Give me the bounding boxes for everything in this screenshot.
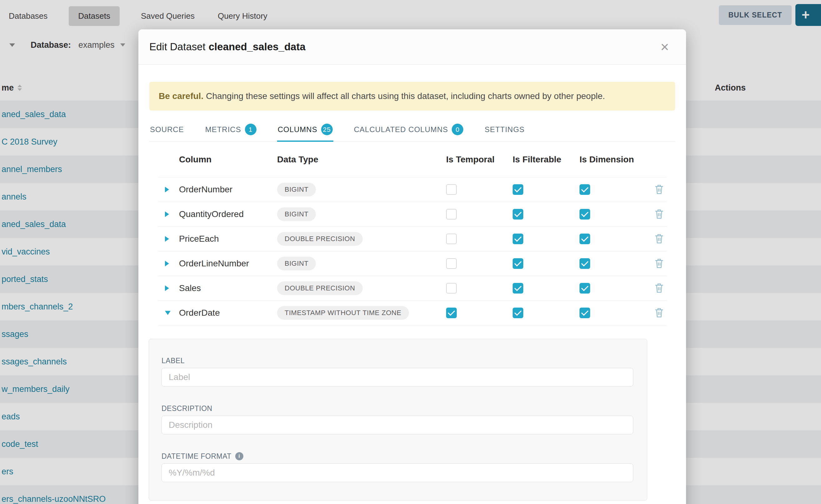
data-type-pill: DOUBLE PRECISION <box>277 281 363 295</box>
tab-metrics[interactable]: METRICS 1 <box>205 118 257 141</box>
tab-label: COLUMNS <box>278 125 317 134</box>
datetime-format-field: DATETIME FORMAT i <box>161 452 647 482</box>
column-row: OrderNumber BIGINT <box>158 177 667 202</box>
trash-icon <box>655 184 664 194</box>
data-type-pill: DOUBLE PRECISION <box>277 232 363 246</box>
delete-column-button[interactable] <box>655 184 664 195</box>
columns-table: Column Data Type Is Temporal Is Filterab… <box>158 142 667 325</box>
data-type-pill: BIGINT <box>277 207 316 221</box>
is-temporal-checkbox[interactable] <box>446 283 457 294</box>
app-window: Databases Datasets Saved Queries Query H… <box>0 0 821 504</box>
is-dimension-checkbox[interactable] <box>580 234 590 244</box>
is-dimension-checkbox[interactable] <box>580 258 590 269</box>
warning-text: Changing these settings will affect all … <box>206 91 605 101</box>
expand-caret-icon[interactable] <box>165 236 169 242</box>
trash-icon <box>655 307 664 318</box>
is-temporal-checkbox[interactable] <box>446 234 457 244</box>
tab-calculated-columns[interactable]: CALCULATED COLUMNS 0 <box>353 118 464 141</box>
tab-count-badge: 0 <box>452 124 463 135</box>
tab-count-badge: 1 <box>245 124 256 135</box>
is-dimension-checkbox[interactable] <box>580 308 590 318</box>
info-icon[interactable]: i <box>235 452 243 460</box>
label-field: LABEL <box>161 357 647 387</box>
column-row: Sales DOUBLE PRECISION <box>158 276 667 301</box>
modal-body: Be careful. Changing these settings will… <box>138 82 686 501</box>
column-header: Data Type <box>277 155 318 165</box>
is-dimension-checkbox[interactable] <box>580 184 590 195</box>
tab-columns[interactable]: COLUMNS 25 <box>277 118 333 141</box>
expand-caret-icon[interactable] <box>165 285 169 291</box>
modal-header: Edit Dataset cleaned_sales_data × <box>138 29 686 65</box>
trash-icon <box>655 283 664 293</box>
delete-column-button[interactable] <box>655 307 664 319</box>
column-name: OrderLineNumber <box>179 259 249 269</box>
column-row: PriceEach DOUBLE PRECISION <box>158 227 667 251</box>
label-field-label: LABEL <box>161 357 647 365</box>
trash-icon <box>655 233 664 244</box>
description-field: DESCRIPTION <box>161 404 647 434</box>
column-name: OrderDate <box>179 308 220 318</box>
expand-caret-icon[interactable] <box>165 261 169 266</box>
collapse-caret-icon[interactable] <box>165 311 171 315</box>
is-temporal-checkbox[interactable] <box>446 209 457 220</box>
is-filterable-checkbox[interactable] <box>513 234 523 244</box>
is-temporal-checkbox[interactable] <box>446 308 457 318</box>
modal-title-dataset-name: cleaned_sales_data <box>209 41 305 53</box>
column-detail-editor: LABEL DESCRIPTION DATETIME FORMAT i <box>149 339 647 501</box>
column-name: Sales <box>179 283 201 293</box>
data-type-pill: BIGINT <box>277 183 316 196</box>
column-row: QuantityOrdered BIGINT <box>158 202 667 227</box>
modal-title: Edit Dataset <box>149 41 205 53</box>
description-input[interactable] <box>161 416 633 434</box>
is-filterable-checkbox[interactable] <box>513 308 523 318</box>
column-row-expanded: OrderDate TIMESTAMP WITHOUT TIME ZONE <box>158 301 667 325</box>
delete-column-button[interactable] <box>655 258 664 269</box>
warning-bold-text: Be careful. <box>159 91 203 101</box>
columns-table-header: Column Data Type Is Temporal Is Filterab… <box>158 142 667 177</box>
is-dimension-checkbox[interactable] <box>580 283 590 294</box>
expand-caret-icon[interactable] <box>165 211 169 217</box>
delete-column-button[interactable] <box>655 283 664 294</box>
column-row: OrderLineNumber BIGINT <box>158 251 667 276</box>
trash-icon <box>655 258 664 268</box>
column-header: Is Temporal <box>446 155 495 165</box>
column-name: PriceEach <box>179 234 219 244</box>
column-name: QuantityOrdered <box>179 209 244 219</box>
is-dimension-checkbox[interactable] <box>580 209 590 220</box>
tab-label: METRICS <box>205 125 241 134</box>
tab-label: CALCULATED COLUMNS <box>354 125 448 134</box>
datetime-format-input[interactable] <box>161 463 633 482</box>
delete-column-button[interactable] <box>655 233 664 245</box>
is-filterable-checkbox[interactable] <box>513 283 523 294</box>
close-icon[interactable]: × <box>660 40 669 54</box>
is-filterable-checkbox[interactable] <box>513 258 523 269</box>
column-name: OrderNumber <box>179 185 232 195</box>
tab-settings[interactable]: SETTINGS <box>484 118 525 141</box>
tab-count-badge: 25 <box>321 124 333 135</box>
is-temporal-checkbox[interactable] <box>446 184 457 195</box>
warning-banner: Be careful. Changing these settings will… <box>149 82 675 111</box>
tab-label: SETTINGS <box>485 125 525 134</box>
tab-label: SOURCE <box>150 125 184 134</box>
tab-bar: SOURCE METRICS 1 COLUMNS 25 CALCULATED C… <box>149 118 675 142</box>
data-type-pill: TIMESTAMP WITHOUT TIME ZONE <box>277 306 409 320</box>
data-type-pill: BIGINT <box>277 257 316 270</box>
edit-dataset-modal: Edit Dataset cleaned_sales_data × Be car… <box>138 29 686 504</box>
column-header: Is Dimension <box>580 155 634 165</box>
delete-column-button[interactable] <box>655 209 664 220</box>
tab-source[interactable]: SOURCE <box>149 118 185 141</box>
datetime-format-label-text: DATETIME FORMAT <box>161 452 231 460</box>
column-header: Is Filterable <box>513 155 561 165</box>
trash-icon <box>655 209 664 219</box>
expand-caret-icon[interactable] <box>165 187 169 192</box>
is-temporal-checkbox[interactable] <box>446 258 457 269</box>
datetime-format-field-label: DATETIME FORMAT i <box>161 452 647 460</box>
is-filterable-checkbox[interactable] <box>513 184 523 195</box>
is-filterable-checkbox[interactable] <box>513 209 523 220</box>
description-field-label: DESCRIPTION <box>161 404 647 413</box>
column-header: Column <box>179 155 211 165</box>
label-input[interactable] <box>161 368 633 387</box>
